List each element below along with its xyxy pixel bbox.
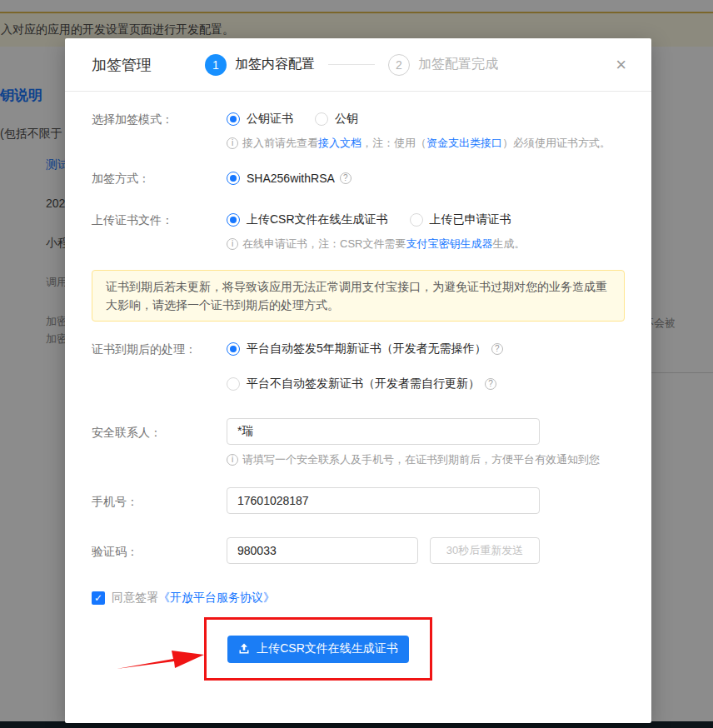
radio-label: 平台不自动签发新证书（开发者需自行更新）	[247, 376, 480, 391]
phone-label: 手机号：	[92, 487, 227, 514]
hint-text: ，注：使用（	[361, 136, 426, 151]
hint-text: 在线申请证书，注：CSR文件需要	[242, 237, 406, 252]
radio-selected-icon	[227, 172, 240, 185]
security-contact-hint: i 请填写一个安全联系人及手机号，在证书到期前后，方便平台有效通知到您	[227, 452, 625, 467]
agreement-checkbox[interactable]: ✓	[92, 591, 105, 605]
row-cert-upload: 上传证书文件： 上传CSR文件在线生成证书 上传已申请证书 i 在线申请证书，注…	[92, 211, 625, 252]
agreement-text: 同意签署	[112, 591, 158, 606]
radio-unselected-icon	[410, 213, 423, 227]
radio-upload-existing[interactable]: 上传已申请证书	[410, 212, 511, 227]
radio-label: 上传已申请证书	[430, 212, 511, 227]
dialog-title: 加签管理	[92, 55, 152, 75]
row-verification-code: 验证码： 30秒后重新发送	[92, 537, 625, 564]
phone-input[interactable]	[227, 487, 540, 514]
submit-zone: 上传CSR文件在线生成证书	[92, 606, 625, 706]
sign-mode-hint: i 接入前请先查看接入文档，注：使用（资金支出类接口）必须使用证书方式。	[227, 136, 625, 151]
signing-management-dialog: 加签管理 1 加签内容配置 2 加签配置完成 × 选择加签模式： 公钥证书	[65, 38, 651, 723]
row-phone: 手机号：	[92, 487, 625, 514]
expiry-warning-box: 证书到期后若未更新，将导致该应用无法正常调用支付宝接口，为避免证书过期对您的业务…	[92, 270, 625, 322]
radio-label: 公钥	[335, 112, 358, 127]
dialog-body: 选择加签模式： 公钥证书 公钥 i 接入前请先查看接入文档，注：使用（资金支出类…	[65, 92, 651, 723]
radio-unselected-icon	[227, 377, 240, 391]
radio-unselected-icon	[315, 112, 328, 126]
agreement-row: ✓ 同意签署 《开放平台服务协议》	[92, 591, 625, 606]
annotation-arrow-icon	[115, 642, 207, 672]
step-1-number: 1	[205, 54, 227, 76]
sign-mode-label: 选择加签模式：	[92, 110, 227, 151]
radio-label: SHA256withRSA	[247, 172, 335, 185]
radio-label: 上传CSR文件在线生成证书	[247, 212, 388, 227]
resend-code-button[interactable]: 30秒后重新发送	[430, 537, 540, 564]
help-icon[interactable]: ?	[340, 172, 352, 184]
cert-upload-label: 上传证书文件：	[92, 211, 227, 252]
radio-selected-icon	[227, 213, 240, 227]
radio-manual-renew[interactable]: 平台不自动签发新证书（开发者需自行更新） ?	[227, 376, 496, 391]
upload-csr-button-label: 上传CSR文件在线生成证书	[257, 641, 398, 656]
row-sign-method: 加签方式： SHA256withRSA ?	[92, 169, 625, 187]
radio-label: 公钥证书	[247, 112, 293, 127]
radio-sha256[interactable]: SHA256withRSA ?	[227, 172, 352, 185]
upload-icon	[238, 643, 250, 655]
step-1: 1 加签内容配置	[205, 54, 315, 76]
sign-method-label: 加签方式：	[92, 169, 227, 187]
info-icon: i	[227, 137, 238, 149]
expiry-handling-label: 证书到期后的处理：	[92, 340, 227, 393]
step-2: 2 加签配置完成	[388, 54, 498, 76]
step-connector	[328, 64, 375, 65]
hint-text: 生成。	[492, 237, 525, 252]
row-expiry-handling: 证书到期后的处理： 平台自动签发5年期新证书（开发者无需操作） ? 平台不自动签…	[92, 340, 625, 393]
step-2-number: 2	[388, 54, 410, 76]
service-agreement-link[interactable]: 《开放平台服务协议》	[158, 591, 275, 606]
hint-text: 接入前请先查看	[242, 136, 318, 151]
hint-text: 请填写一个安全联系人及手机号，在证书到期前后，方便平台有效通知到您	[242, 452, 600, 467]
step-2-label: 加签配置完成	[418, 56, 498, 73]
verification-code-input[interactable]	[227, 537, 418, 564]
radio-selected-icon	[227, 342, 240, 356]
security-contact-label: 安全联系人：	[92, 418, 227, 467]
cert-upload-hint: i 在线申请证书，注：CSR文件需要支付宝密钥生成器生成。	[227, 237, 625, 252]
hint-text: ）必须使用证书方式。	[502, 136, 611, 151]
key-generator-link[interactable]: 支付宝密钥生成器	[406, 237, 492, 252]
annotation-rectangle: 上传CSR文件在线生成证书	[204, 617, 432, 681]
radio-public-key[interactable]: 公钥	[315, 112, 358, 127]
dialog-header: 加签管理 1 加签内容配置 2 加签配置完成 ×	[65, 38, 651, 92]
security-contact-input[interactable]	[227, 418, 540, 445]
help-icon[interactable]: ?	[491, 343, 503, 355]
radio-auto-renew[interactable]: 平台自动签发5年期新证书（开发者无需操作） ?	[227, 342, 503, 357]
help-icon[interactable]: ?	[485, 378, 496, 390]
radio-upload-csr[interactable]: 上传CSR文件在线生成证书	[227, 212, 388, 227]
verification-code-label: 验证码：	[92, 537, 227, 564]
info-icon: i	[227, 454, 238, 466]
row-security-contact: 安全联系人： i 请填写一个安全联系人及手机号，在证书到期前后，方便平台有效通知…	[92, 418, 625, 467]
step-1-label: 加签内容配置	[235, 56, 315, 73]
upload-csr-button[interactable]: 上传CSR文件在线生成证书	[227, 636, 409, 663]
fund-api-link[interactable]: 资金支出类接口	[426, 136, 502, 151]
access-doc-link[interactable]: 接入文档	[318, 136, 361, 151]
radio-selected-icon	[227, 112, 240, 126]
radio-public-key-cert[interactable]: 公钥证书	[227, 112, 293, 127]
row-sign-mode: 选择加签模式： 公钥证书 公钥 i 接入前请先查看接入文档，注：使用（资金支出类…	[92, 110, 625, 151]
radio-label: 平台自动签发5年期新证书（开发者无需操作）	[247, 342, 486, 357]
close-icon[interactable]: ×	[616, 56, 626, 74]
info-icon: i	[227, 238, 238, 250]
